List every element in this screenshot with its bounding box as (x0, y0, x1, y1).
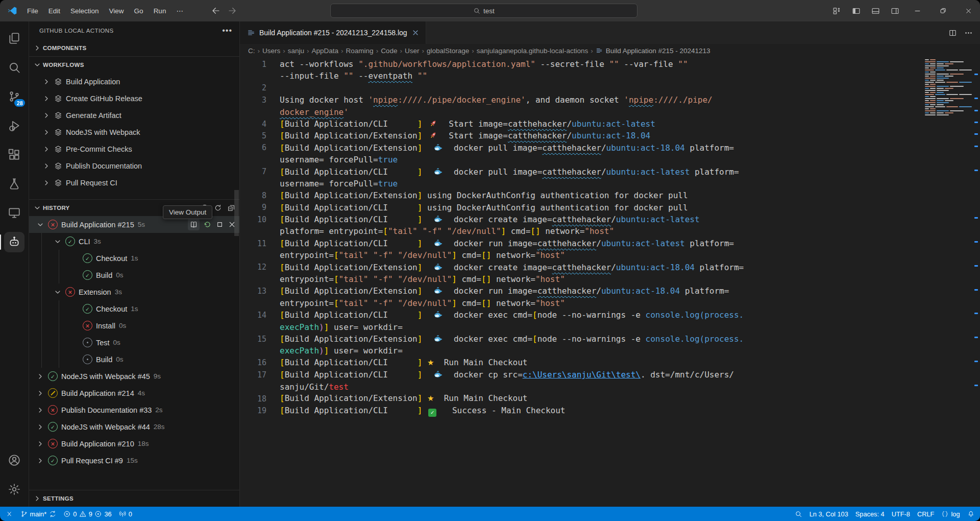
eol-sequence[interactable]: CRLF (914, 510, 938, 518)
code-line[interactable]: [Build Application/CLI ] ✓ Success - Mai… (280, 405, 565, 417)
history-row[interactable]: ✕Build Application #21018s (29, 435, 239, 452)
customize-layout-button[interactable] (828, 4, 845, 18)
activitybar-item-run-debug[interactable] (3, 114, 26, 137)
code-line[interactable]: username= forcePull=true (280, 178, 398, 190)
sidebar-scrollbar[interactable] (234, 190, 239, 236)
ports-item[interactable]: 0 (115, 507, 136, 521)
split-editor-icon[interactable] (948, 29, 957, 37)
breadcrumb-item[interactable]: Users (262, 47, 280, 55)
breadcrumb-item[interactable]: AppData (312, 47, 339, 55)
code-line[interactable]: [Build Application/Extension] Start imag… (280, 130, 650, 141)
breadcrumb-item[interactable]: globalStorage (427, 47, 469, 55)
workflow-item[interactable]: Publish Documentation (29, 157, 239, 174)
menu-run[interactable]: Run (149, 5, 171, 17)
breadcrumb-item[interactable]: sanju (288, 47, 304, 55)
workflow-item[interactable]: Pre-Commit Checks (29, 140, 239, 157)
history-row[interactable]: Build Application #2144s (29, 385, 239, 401)
encoding[interactable]: UTF-8 (888, 510, 914, 518)
close-window-button[interactable] (957, 0, 980, 21)
restart-icon[interactable] (203, 220, 212, 229)
code-line[interactable]: [Build Application/Extension] ★ Run Main… (280, 392, 528, 405)
history-row[interactable]: ✓Build0s (29, 267, 239, 283)
stop-icon[interactable] (215, 220, 224, 229)
remote-indicator[interactable] (2, 507, 17, 521)
code-line[interactable]: act --workflows ".github/workflows/appli… (280, 58, 688, 70)
workflow-item[interactable]: Create GitHub Release (29, 90, 239, 107)
code-line[interactable]: [Build Application/Extension] docker exe… (280, 333, 744, 345)
history-row[interactable]: ✕Publish Documentation #332s (29, 401, 239, 418)
menu-view[interactable]: View (105, 5, 129, 17)
code-line[interactable]: [Build Application/CLI ] docker pull ima… (280, 166, 739, 178)
maximize-button[interactable] (931, 0, 954, 21)
breadcrumb-item[interactable]: Code (381, 47, 397, 55)
history-row[interactable]: ✕Extension3s (29, 283, 239, 300)
workflow-item[interactable]: Build Application (29, 73, 239, 90)
language-mode[interactable]: log (938, 510, 963, 518)
code-line[interactable]: [Build Application/CLI ] docker exec cmd… (280, 309, 744, 321)
code-line[interactable]: --input-file "" --eventpath "" (280, 70, 427, 82)
activitybar-item-remote-explorer[interactable] (3, 201, 26, 225)
code-line[interactable]: entrypoint=["tail" "-f" "/dev/null"] cmd… (280, 273, 565, 285)
code-line[interactable]: sanju/Git/test (280, 381, 349, 393)
workflow-item[interactable]: Generate Artifact (29, 107, 239, 124)
branch-item[interactable]: main* (17, 507, 60, 521)
indentation[interactable]: Spaces: 4 (852, 510, 888, 518)
history-row[interactable]: ✓Pull Request CI #915s (29, 452, 239, 469)
activitybar-item-source-control[interactable]: 28 (3, 85, 26, 108)
code-line[interactable]: platform= entrypoint=["tail" "-f" "/dev/… (280, 225, 614, 237)
breadcrumb-item[interactable]: Roaming (346, 47, 374, 55)
back-arrow-icon[interactable] (211, 6, 220, 15)
code-line[interactable]: [Build Application/CLI ] docker run imag… (280, 238, 734, 249)
minimap[interactable] (925, 59, 972, 122)
activitybar-item-extensions[interactable] (3, 143, 26, 167)
history-row[interactable]: ✕Install0s (29, 317, 239, 334)
refresh-icon[interactable] (214, 204, 222, 212)
history-row[interactable]: ✓Checkout1s (29, 250, 239, 267)
menu-more[interactable]: ⋯ (172, 5, 188, 17)
problems-item[interactable]: 0 9 36 (60, 507, 115, 521)
section-workflows[interactable]: WORKFLOWS (29, 57, 239, 73)
activitybar-item-account[interactable] (3, 448, 26, 472)
history-row[interactable]: Build0s (29, 351, 239, 368)
history-row[interactable]: ✓NodeJS with Webpack #459s (29, 368, 239, 385)
code-line[interactable]: docker_engine' (280, 106, 349, 118)
activitybar-item-github-local-actions[interactable] (3, 230, 26, 254)
history-row[interactable]: ✓CLI3s (29, 233, 239, 250)
code-line[interactable]: username= forcePull=true (280, 154, 398, 165)
breadcrumb-item[interactable]: C: (248, 47, 255, 55)
code-line[interactable]: execPath)] user= workdir= (280, 345, 403, 357)
workflow-item[interactable]: Pull Request CI (29, 174, 239, 191)
history-row[interactable]: Test0s (29, 334, 239, 351)
breadcrumb-file[interactable]: Build Application #215 - 20241213 (596, 47, 710, 55)
code-line[interactable]: [Build Application/CLI ] docker cp src=c… (280, 369, 734, 381)
history-row[interactable]: ✓NodeJS with Webpack #4428s (29, 418, 239, 435)
view-output-icon[interactable] (188, 219, 200, 230)
toggle-secondary-sidebar-button[interactable] (886, 4, 903, 18)
activitybar-item-testing[interactable] (3, 172, 26, 196)
code-line[interactable]: [Build Application/CLI ] Start image=cat… (280, 118, 655, 130)
activitybar-item-explorer[interactable] (3, 27, 26, 50)
menu-selection[interactable]: Selection (66, 5, 104, 17)
notifications-item[interactable] (964, 510, 978, 518)
workflow-item[interactable]: NodeJS with Webpack (29, 124, 239, 140)
tab-log-file[interactable]: Build Application #215 - 20241213_224158… (240, 21, 426, 44)
code-line[interactable]: Using docker host 'npipe:////./pipe/dock… (280, 94, 713, 106)
code-line[interactable]: [Build Application/CLI ] ★ Run Main Chec… (280, 357, 528, 369)
menu-go[interactable]: Go (130, 5, 148, 17)
forward-arrow-icon[interactable] (228, 6, 237, 15)
command-center-search[interactable]: test (330, 4, 638, 18)
tab-close-icon[interactable] (411, 29, 420, 37)
code-line[interactable]: [Build Application/Extension] using Dock… (280, 190, 688, 201)
minimize-button[interactable] (905, 0, 929, 21)
breadcrumb-item[interactable]: User (405, 47, 420, 55)
menu-edit[interactable]: Edit (44, 5, 65, 17)
code-line[interactable]: execPath)] user= workdir= (280, 321, 403, 333)
toggle-panel-button[interactable] (867, 4, 884, 18)
code-line[interactable]: entrypoint=["tail" "-f" "/dev/null"] cmd… (280, 249, 565, 261)
activitybar-item-search[interactable] (3, 56, 26, 79)
code-line[interactable]: [Build Application/Extension] docker pul… (280, 142, 734, 154)
section-components[interactable]: COMPONENTS (29, 40, 239, 57)
breadcrumb-item[interactable]: sanjulaganepola.github-local-actions (477, 47, 588, 55)
history-row[interactable]: ✓Checkout1s (29, 300, 239, 317)
code-line[interactable]: [Build Application/Extension] docker run… (280, 285, 729, 297)
